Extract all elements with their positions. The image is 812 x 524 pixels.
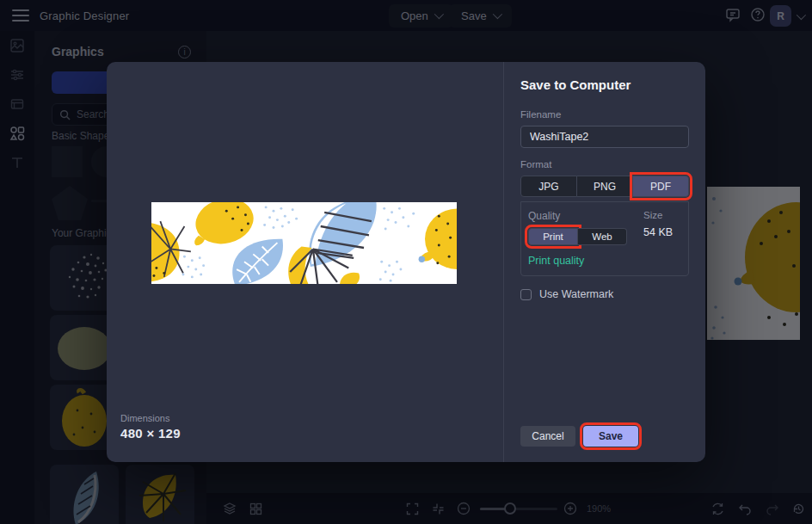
save-form: Save to Computer Filename Format JPG PNG…	[503, 62, 705, 462]
format-option-pdf[interactable]: PDF	[633, 176, 689, 197]
size-label: Size	[643, 210, 662, 220]
size-value: 54 KB	[643, 226, 673, 238]
dimensions-value: 480 × 129	[120, 426, 181, 441]
save-button[interactable]: Save	[583, 426, 638, 447]
quality-option-print[interactable]: Print	[528, 228, 578, 245]
quality-option-web[interactable]: Web	[578, 228, 627, 245]
save-to-computer-modal: Dimensions 480 × 129 Save to Computer Fi…	[107, 62, 705, 462]
watermark-checkbox[interactable]	[520, 289, 532, 300]
dimensions-info: Dimensions 480 × 129	[120, 413, 181, 441]
filename-label: Filename	[520, 109, 688, 120]
format-label: Format	[520, 159, 688, 170]
modal-title: Save to Computer	[520, 77, 688, 92]
dimensions-label: Dimensions	[120, 413, 181, 423]
quality-box: Quality Print Web Size 54 KB Print quali…	[520, 201, 689, 276]
watermark-label: Use Watermark	[539, 288, 613, 300]
format-option-png[interactable]: PNG	[577, 176, 633, 197]
print-quality-link[interactable]: Print quality	[528, 255, 681, 267]
watermark-row: Use Watermark	[520, 288, 688, 300]
format-segmented-control: JPG PNG PDF	[520, 176, 689, 197]
filename-input[interactable]	[520, 126, 689, 148]
app-window: Graphic Designer Open Save R	[0, 0, 812, 524]
format-option-jpg[interactable]: JPG	[520, 176, 577, 197]
quality-segmented-control: Print Web	[528, 228, 627, 245]
cancel-button[interactable]: Cancel	[520, 426, 575, 447]
modal-actions: Cancel Save	[520, 426, 638, 447]
export-preview-image	[151, 202, 457, 284]
